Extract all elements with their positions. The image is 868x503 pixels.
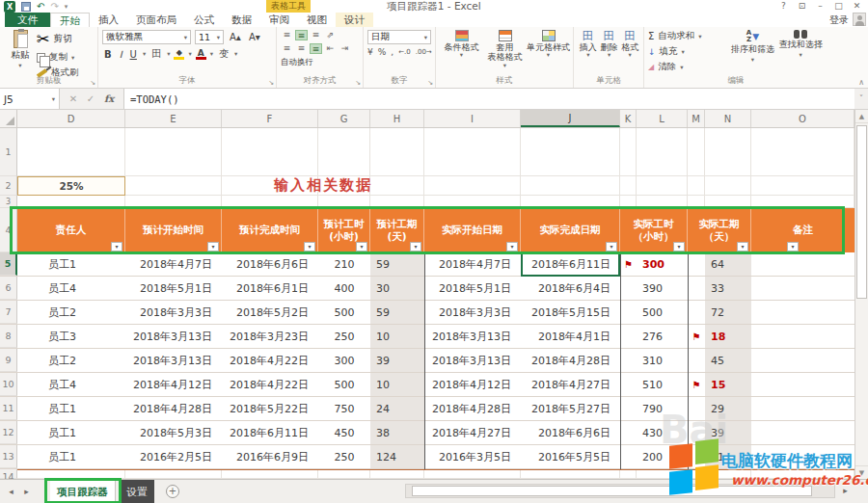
- cell-est-days[interactable]: 124: [370, 445, 424, 468]
- cell-est-end[interactable]: 2016年6月9日: [222, 445, 318, 468]
- cell-owner[interactable]: 员工1: [17, 252, 125, 276]
- cell-est-end[interactable]: 2018年6月1日: [222, 277, 318, 300]
- number-format-combo[interactable]: 日期▾: [367, 30, 431, 44]
- cell-est-days[interactable]: 30: [370, 277, 424, 300]
- tab-view[interactable]: 视图: [298, 13, 336, 27]
- tab-home[interactable]: 开始: [50, 13, 90, 27]
- align-right-icon[interactable]: ≡: [310, 43, 322, 54]
- cell-est-end[interactable]: 2018年6月11日: [222, 421, 318, 444]
- cell-act-end[interactable]: 2018年4月28日: [521, 349, 620, 372]
- empty-cell[interactable]: [521, 176, 620, 196]
- empty-cell[interactable]: [705, 128, 751, 176]
- empty-cell[interactable]: [370, 469, 424, 479]
- cell-hours-flag[interactable]: ⚑: [620, 373, 637, 396]
- cell-note[interactable]: [751, 301, 854, 324]
- phonetic-icon[interactable]: 变: [217, 47, 231, 61]
- empty-cell[interactable]: [705, 176, 751, 196]
- cell-est-end[interactable]: 2018年5月22日: [222, 397, 318, 420]
- cut-button[interactable]: ✂剪切: [37, 30, 79, 48]
- row-header-1[interactable]: 1: [0, 128, 17, 176]
- cell-est-hours[interactable]: 210: [318, 252, 370, 276]
- paste-button[interactable]: 粘贴 ▾: [4, 30, 37, 82]
- cell-act-days[interactable]: 15: [705, 373, 751, 396]
- row-header[interactable]: 8: [0, 325, 17, 348]
- cell-est-days[interactable]: 38: [370, 421, 424, 444]
- cell-act-hours[interactable]: 510: [637, 373, 688, 396]
- font-color-icon[interactable]: A: [196, 49, 206, 60]
- autosum-button[interactable]: Σ自动求和▾: [648, 30, 729, 42]
- cell-owner[interactable]: 员工2: [17, 301, 125, 324]
- redo-icon[interactable]: ↷: [50, 1, 58, 13]
- cell-est-start[interactable]: 2018年3月13日: [125, 349, 222, 372]
- cell-act-end[interactable]: 2018年6月6日: [521, 421, 620, 444]
- cell-owner[interactable]: 员工1: [17, 421, 125, 444]
- tab-formulas[interactable]: 公式: [185, 13, 223, 27]
- row-header[interactable]: 5: [0, 252, 17, 276]
- column-header-n[interactable]: N: [705, 110, 751, 127]
- cell-days-flag[interactable]: ⚑: [688, 301, 705, 324]
- close-button[interactable]: ✕: [848, 0, 866, 13]
- cell-est-start[interactable]: 2018年4月7日: [125, 252, 222, 276]
- row-header-14[interactable]: 14: [0, 469, 17, 479]
- empty-cell[interactable]: [521, 469, 620, 479]
- row-header[interactable]: 9: [0, 349, 17, 372]
- tab-design[interactable]: 设计: [336, 13, 373, 27]
- empty-cell[interactable]: [424, 176, 521, 196]
- empty-cell[interactable]: [688, 128, 705, 176]
- vertical-scroll-thumb[interactable]: [856, 125, 867, 299]
- cell-owner[interactable]: 员工4: [17, 373, 125, 396]
- empty-cell[interactable]: [424, 469, 521, 479]
- dialog-launcher-icon[interactable]: ↘: [90, 79, 95, 87]
- cell-note[interactable]: [751, 277, 854, 300]
- name-box[interactable]: J5▾: [0, 89, 60, 109]
- empty-cell[interactable]: [125, 469, 222, 479]
- font-family-combo[interactable]: 微软雅黑▾: [102, 30, 191, 44]
- empty-cell[interactable]: [620, 128, 637, 176]
- cell-est-start[interactable]: 2018年5月1日: [125, 277, 222, 300]
- format-cells-button[interactable]: 田 格式 ▾: [619, 30, 640, 75]
- cell-act-hours[interactable]: 390: [637, 277, 688, 300]
- cell-act-hours[interactable]: 500: [637, 301, 688, 324]
- cell-act-end[interactable]: 2016年5月5日: [521, 445, 620, 468]
- help-button[interactable]: ?: [774, 0, 793, 13]
- cell-act-hours[interactable]: 310: [637, 349, 688, 372]
- cell-est-days[interactable]: 59: [370, 301, 424, 324]
- column-header-k[interactable]: K: [620, 110, 637, 127]
- cell-act-hours[interactable]: 276: [637, 325, 688, 348]
- insert-function-icon[interactable]: fx: [104, 93, 114, 104]
- row-header[interactable]: 10: [0, 373, 17, 396]
- wrap-text-button[interactable]: 自动换行: [281, 57, 360, 68]
- format-as-table-button[interactable]: 套用 表格格式 ▾: [483, 30, 527, 75]
- column-header-i[interactable]: I: [424, 110, 521, 127]
- cell-note[interactable]: [751, 373, 854, 396]
- column-header-o[interactable]: O: [751, 110, 854, 127]
- minimize-button[interactable]: –: [811, 0, 829, 13]
- empty-cell[interactable]: [751, 176, 854, 196]
- cell-est-hours[interactable]: 300: [318, 349, 370, 372]
- dialog-launcher-icon[interactable]: ↘: [427, 79, 433, 87]
- cell-note[interactable]: [751, 397, 854, 420]
- confirm-entry-icon[interactable]: ✓: [87, 93, 95, 104]
- row-header-2[interactable]: 2: [0, 176, 17, 196]
- borders-icon[interactable]: 田: [149, 47, 163, 61]
- delete-cells-button[interactable]: 田 删除 ▾: [599, 30, 620, 75]
- sheet-tab-settings[interactable]: 设置: [120, 480, 154, 503]
- increase-decimal-icon[interactable]: ←.0: [398, 48, 411, 56]
- cell-owner[interactable]: 员工4: [17, 277, 125, 300]
- clear-button[interactable]: ◢清除▾: [648, 61, 729, 73]
- cell-act-start[interactable]: 2016年3月5日: [424, 445, 521, 468]
- empty-cell[interactable]: [370, 128, 424, 176]
- cell-est-start[interactable]: 2018年3月13日: [125, 325, 222, 348]
- percent-style-icon[interactable]: %: [378, 47, 387, 57]
- cell-hours-flag[interactable]: ⚑: [620, 421, 637, 444]
- cell-est-end[interactable]: 2018年3月23日: [222, 325, 318, 348]
- empty-cell[interactable]: [222, 128, 318, 176]
- undo-icon[interactable]: ↶: [37, 1, 44, 13]
- empty-cell[interactable]: [620, 469, 637, 479]
- empty-cell[interactable]: [222, 469, 318, 479]
- cell-act-days[interactable]: 45: [705, 349, 751, 372]
- tab-insert[interactable]: 插入: [90, 13, 127, 27]
- cell-act-start[interactable]: 2018年3月3日: [424, 301, 521, 324]
- scroll-up-icon[interactable]: ▲: [855, 110, 868, 123]
- accounting-format-icon[interactable]: ¥: [367, 47, 373, 57]
